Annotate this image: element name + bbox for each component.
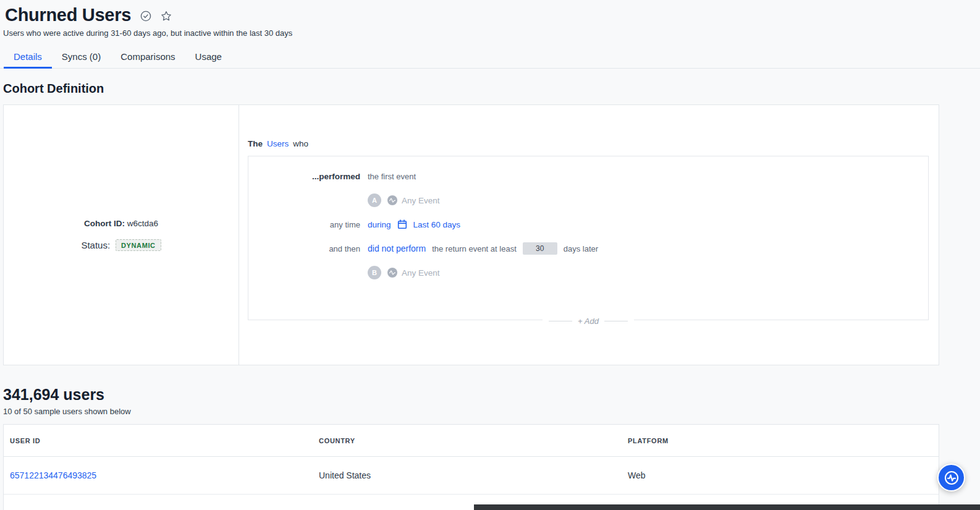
cohort-id-label: Cohort ID: [84, 219, 125, 228]
tab-usage[interactable]: Usage [185, 46, 232, 68]
col-header-platform: PLATFORM [622, 437, 939, 444]
event-a-badge: A [368, 193, 381, 207]
users-table: USER ID COUNTRY PLATFORM 657122134476493… [3, 424, 939, 510]
user-count: 341,694 users [3, 385, 980, 404]
andthen-label: and then [248, 244, 363, 253]
any-event-icon [387, 195, 397, 205]
country-cell: United States [313, 470, 622, 480]
col-header-country: COUNTRY [313, 437, 622, 444]
status-label: Status: [81, 240, 110, 250]
event-b-name: Any Event [402, 268, 440, 278]
days-later-label: days later [564, 244, 598, 253]
cohort-rules: The Users who ...performed the first eve… [239, 105, 939, 365]
add-condition-button[interactable]: + Add [543, 317, 634, 326]
days-input[interactable] [523, 242, 557, 255]
cohort-meta: Cohort ID: w6ctda6 Status: DYNAMIC [4, 105, 239, 365]
sample-note: 10 of 50 sample users shown below [3, 407, 980, 416]
platform-cell: Web [622, 470, 939, 480]
calendar-icon[interactable] [397, 219, 407, 229]
tab-comparisons[interactable]: Comparisons [111, 46, 185, 68]
rule-row-performed: ...performed the first event [248, 169, 928, 184]
assistant-icon [943, 469, 960, 487]
who-line: The Users who [248, 139, 929, 148]
page-title: Churned Users [5, 4, 131, 26]
anytime-label: any time [248, 220, 363, 229]
users-summary: 341,694 users 10 of 50 sample users show… [3, 385, 980, 416]
return-event-note: the return event at least [432, 244, 517, 253]
cohort-definition-panel: Cohort ID: w6ctda6 Status: DYNAMIC The U… [3, 104, 939, 365]
event-b-selector[interactable]: Any Event [387, 268, 440, 278]
tab-syncs[interactable]: Syncs (0) [52, 46, 111, 68]
table-header-row: USER ID COUNTRY PLATFORM [4, 425, 939, 457]
status-badge: DYNAMIC [116, 239, 161, 251]
cohort-id-value: w6ctda6 [127, 219, 158, 228]
star-icon[interactable] [161, 11, 172, 22]
col-header-user-id: USER ID [4, 437, 313, 444]
rule-row-timeframe: any time during Last 60 days [248, 217, 928, 232]
performed-note: the first event [368, 172, 416, 181]
did-not-perform-link[interactable]: did not perform [368, 244, 426, 253]
rule-row-event-b: B Any Event [248, 265, 928, 280]
assistant-fab-button[interactable] [937, 464, 965, 491]
event-a-name: Any Event [402, 196, 440, 205]
rule-row-event-a: A Any Event [248, 193, 928, 208]
page-header: Churned Users Users who were active duri… [0, 0, 980, 38]
any-event-icon [387, 268, 397, 278]
performed-label: ...performed [248, 172, 363, 181]
tab-details[interactable]: Details [4, 46, 52, 68]
page-subtitle: Users who were active during 31-60 days … [3, 28, 980, 38]
status-line: Status: DYNAMIC [81, 239, 161, 251]
verified-check-icon[interactable] [140, 11, 151, 22]
table-row: 657122134476493825 United States Web [4, 457, 939, 494]
during-link[interactable]: during [368, 220, 391, 229]
title-row: Churned Users [5, 4, 980, 26]
date-range-link[interactable]: Last 60 days [413, 220, 461, 229]
section-title: Cohort Definition [3, 81, 980, 96]
cohort-id-line: Cohort ID: w6ctda6 [84, 219, 158, 228]
user-id-link[interactable]: 657122134476493825 [10, 470, 96, 480]
tab-bar: Details Syncs (0) Comparisons Usage [0, 46, 980, 69]
who-prefix: The [248, 139, 263, 148]
event-b-badge: B [368, 266, 381, 279]
event-a-selector[interactable]: Any Event [387, 195, 440, 205]
horizontal-scrollbar[interactable] [474, 504, 980, 510]
rule-row-return: and then did not perform the return even… [248, 241, 928, 256]
who-suffix: who [293, 139, 308, 148]
rules-box: ...performed the first event A Any Event [248, 156, 929, 320]
users-type-link[interactable]: Users [267, 139, 289, 148]
